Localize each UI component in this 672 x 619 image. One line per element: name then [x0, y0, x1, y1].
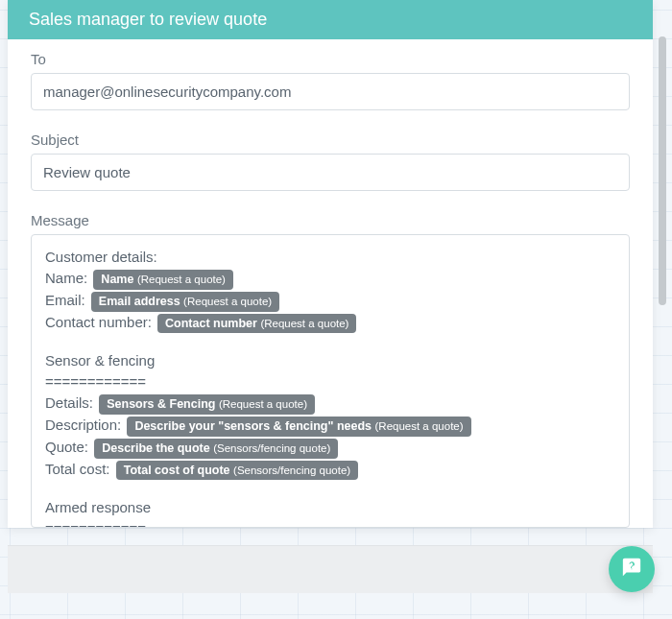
describe-quote-token[interactable]: Describe the quote (Sensors/fencing quot… — [94, 439, 338, 459]
customer-details-heading: Customer details: — [45, 247, 615, 268]
total-cost-line: Total cost: Total cost of quote (Sensors… — [45, 459, 615, 481]
panel-body: To Subject Message Customer details: Nam… — [8, 39, 653, 528]
message-label: Message — [31, 212, 630, 228]
email-token[interactable]: Email address (Request a quote) — [91, 292, 279, 312]
message-editor[interactable]: Customer details: Name: Name (Request a … — [31, 234, 630, 528]
subject-label: Subject — [31, 131, 630, 148]
contact-label-text: Contact number: — [45, 314, 152, 330]
name-token[interactable]: Name (Request a quote) — [93, 270, 233, 290]
quote-line: Quote: Describe the quote (Sensors/fenci… — [45, 437, 615, 459]
sensors-fencing-token[interactable]: Sensors & Fencing (Request a quote) — [99, 394, 315, 415]
email-label-text: Email: — [45, 292, 85, 308]
panel-footer — [8, 545, 653, 593]
details-label-text: Details: — [45, 394, 93, 411]
description-label-text: Description: — [45, 417, 121, 433]
sensor-section-heading: Sensor & fencing — [45, 350, 615, 371]
contact-token[interactable]: Contact number (Request a quote) — [157, 314, 356, 334]
scrollbar-thumb[interactable] — [659, 36, 666, 305]
name-label-text: Name: — [45, 270, 87, 286]
description-line: Description: Describe your "sensors & fe… — [45, 415, 615, 437]
armed-section-heading: Armed response — [45, 497, 615, 518]
name-line: Name: Name (Request a quote) — [45, 268, 615, 290]
divider-2: ============ — [45, 518, 615, 528]
sensor-details-line: Details: Sensors & Fencing (Request a qu… — [45, 393, 615, 415]
subject-input[interactable] — [31, 154, 630, 191]
help-fab-button[interactable] — [609, 546, 655, 592]
to-label: To — [31, 51, 630, 67]
chat-help-icon — [621, 557, 642, 582]
email-action-panel: Sales manager to review quote To Subject… — [8, 0, 653, 528]
total-label-text: Total cost: — [45, 461, 110, 477]
quote-label-text: Quote: — [45, 439, 88, 455]
subject-field-group: Subject — [31, 131, 630, 191]
to-input[interactable] — [31, 73, 630, 110]
total-cost-token[interactable]: Total cost of quote (Sensors/fencing quo… — [116, 461, 358, 481]
to-field-group: To — [31, 51, 630, 110]
describe-needs-token[interactable]: Describe your "sensors & fencing" needs … — [127, 417, 470, 437]
panel-title: Sales manager to review quote — [8, 0, 653, 39]
contact-line: Contact number: Contact number (Request … — [45, 312, 615, 334]
email-line: Email: Email address (Request a quote) — [45, 290, 615, 312]
message-field-group: Message Customer details: Name: Name (Re… — [31, 212, 630, 528]
divider-1: ============ — [45, 371, 615, 393]
